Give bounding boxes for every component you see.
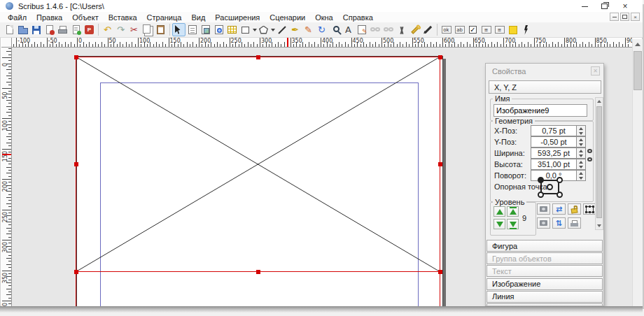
x-pos-spin-buttons[interactable] [576,126,585,136]
eyedropper-button[interactable] [421,23,435,36]
menu-item-7[interactable]: Сценарии [265,13,310,22]
menu-item-9[interactable]: Справка [338,13,378,22]
height-spinbox[interactable]: 351,00 pt [531,159,586,170]
selection-handle[interactable] [256,270,260,274]
scroll-up-button[interactable] [633,39,643,50]
lower-level-button[interactable] [493,219,505,229]
insert-polygon-dropdown[interactable] [270,23,275,36]
print-document-button[interactable] [56,23,69,36]
menu-item-5[interactable]: Вид [186,13,210,22]
save-as-pdf-button[interactable]: P [83,23,96,36]
width-spinbox[interactable]: 593,25 pt [531,148,586,159]
pdf-checkbox-button[interactable]: ✓ [466,23,479,36]
insert-bezier-button[interactable]: ✒ [288,23,302,36]
selection-handle[interactable] [438,55,442,59]
x-pos-spinbox[interactable]: 0,75 pt [531,125,586,136]
selection-handle[interactable] [74,162,78,166]
unlink-text-frames-button[interactable] [382,23,395,36]
menu-item-6[interactable]: Расширения [210,13,265,22]
insert-freehand-button[interactable]: ✎ [302,23,315,36]
flip-vertical-button[interactable]: ⇅ [552,217,566,229]
undo-button[interactable]: ↶ [101,23,114,36]
rotate-item-button[interactable]: ↻ [315,23,328,36]
y-pos-spin-buttons[interactable] [576,137,585,147]
edit-contents-button[interactable]: A [342,23,355,36]
restore-button[interactable] [596,1,612,11]
menu-item-3[interactable]: Вставка [104,13,142,22]
object-name-input[interactable] [493,104,587,117]
save-document-button[interactable] [29,23,43,36]
close-button[interactable]: × [617,1,633,11]
menu-item-2[interactable]: Объект [67,13,103,22]
menu-item-0[interactable]: Файл [3,13,31,22]
redo-button[interactable]: ↷ [114,23,127,36]
selection-handle[interactable] [438,270,442,274]
insert-render-frame-button[interactable] [212,23,225,36]
vertical-ruler[interactable]: 050100150200250300350400 [1,48,12,306]
insert-table-button[interactable] [225,23,239,36]
spin-up-icon[interactable] [579,161,583,164]
selection-handle[interactable] [74,55,78,59]
ruler-origin-box[interactable] [1,38,12,48]
raise-level-button[interactable] [493,206,505,217]
spin-up-icon[interactable] [579,127,583,130]
spin-down-icon[interactable] [579,166,583,168]
link-width-height-icon[interactable] [587,148,593,166]
minimize-button[interactable] [577,1,592,11]
pdf-combo-box-button[interactable]: ≡ [479,23,493,36]
paste-button[interactable] [154,23,167,36]
print-object-button[interactable] [568,217,581,229]
lock-object-button[interactable] [568,203,581,215]
scrollbar-thumb[interactable] [634,51,642,90]
basepoint-selector[interactable] [538,177,563,198]
spin-down-icon[interactable] [579,155,583,157]
selection-handle[interactable] [256,55,260,59]
menu-item-4[interactable]: Страница [142,13,187,22]
insert-text-frame-button[interactable] [186,23,199,36]
panel-close-button[interactable]: ✕ [591,66,600,76]
pdf-list-box-button[interactable]: ≡ [493,23,506,36]
spin-up-icon[interactable] [579,138,583,141]
width-spin-buttons[interactable] [576,148,585,158]
pdf-text-annotation-button[interactable] [506,23,519,36]
canvas-vertical-scrollbar[interactable] [632,39,643,306]
selection-handle[interactable] [74,270,78,274]
section-image[interactable]: Изображение [486,278,603,290]
panel-scroll-down-icon[interactable] [596,222,603,229]
photo-flip-horizontal-button[interactable] [537,203,550,215]
insert-image-frame-button[interactable] [199,23,212,36]
horizontal-ruler[interactable]: -100-50050100150200250300350400450500550… [12,38,632,48]
basepoint-center[interactable] [547,184,553,190]
zoom-button[interactable] [328,23,342,36]
panel-scrollbar-thumb[interactable] [596,106,602,218]
spin-up-icon[interactable] [579,150,583,152]
select-item-button[interactable] [172,23,186,36]
close-document-button[interactable] [43,23,56,36]
menu-item-1[interactable]: Правка [31,13,67,22]
rotation-spin-buttons[interactable] [576,171,585,180]
open-document-button[interactable] [16,23,29,36]
insert-shape-button[interactable] [239,23,252,36]
link-text-frames-button[interactable] [368,23,382,36]
insert-polygon-button[interactable] [257,23,270,36]
spin-up-icon[interactable] [579,172,583,175]
insert-line-button[interactable] [275,23,288,36]
photo-flip-vertical-button[interactable] [537,217,550,229]
image-frame-edge-right[interactable] [440,57,440,306]
preflight-verifier-button[interactable] [69,23,83,36]
menu-item-8[interactable]: Окна [310,13,338,22]
image-frame-edge-left[interactable] [76,57,76,306]
insert-shape-dropdown[interactable] [252,23,257,36]
basepoint-bottom-right[interactable] [556,192,563,198]
pdf-text-field-button[interactable]: ab [453,23,466,36]
copy-properties-button[interactable] [408,23,421,36]
panel-scrollbar[interactable] [595,97,603,230]
spin-down-icon[interactable] [579,132,583,135]
selection-handle[interactable] [438,162,442,166]
basepoint-bottom-left[interactable] [538,192,544,198]
pdf-push-button-button[interactable]: ok [440,23,453,36]
copy-button[interactable] [141,23,154,36]
pdf-link-annotation-button[interactable] [519,23,533,36]
new-document-button[interactable] [3,23,16,36]
spin-down-icon[interactable] [579,143,583,146]
